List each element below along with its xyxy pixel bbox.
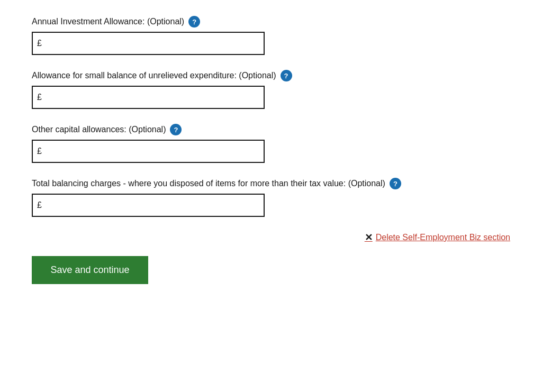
other-capital-allowances-help-icon[interactable]: ? [170, 124, 182, 135]
total-balancing-charges-label-text: Total balancing charges - where you disp… [32, 179, 385, 188]
total-balancing-charges-input[interactable] [32, 194, 265, 217]
annual-investment-allowance-input-wrapper: £ [32, 32, 510, 55]
other-capital-allowances-input[interactable] [32, 140, 265, 163]
other-capital-allowances-label: Other capital allowances: (Optional) ? [32, 124, 510, 135]
other-capital-allowances-group: Other capital allowances: (Optional) ? £ [32, 124, 510, 163]
other-capital-allowances-label-text: Other capital allowances: (Optional) [32, 125, 166, 134]
allowance-small-balance-input-wrapper: £ [32, 86, 510, 109]
allowance-small-balance-help-icon[interactable]: ? [281, 70, 292, 81]
annual-investment-allowance-label: Annual Investment Allowance: (Optional) … [32, 16, 510, 28]
allowance-small-balance-label-text: Allowance for small balance of unrelieve… [32, 71, 276, 80]
total-balancing-charges-input-wrapper: £ [32, 194, 510, 217]
total-balancing-charges-group: Total balancing charges - where you disp… [32, 178, 510, 217]
delete-section-button[interactable]: ✕ Delete Self-Employment Biz section [365, 232, 510, 243]
annual-investment-allowance-input[interactable] [32, 32, 265, 55]
delete-section-label: Delete Self-Employment Biz section [376, 233, 510, 242]
save-continue-button[interactable]: Save and continue [32, 256, 148, 284]
total-balancing-charges-label: Total balancing charges - where you disp… [32, 178, 510, 189]
delete-row: ✕ Delete Self-Employment Biz section [32, 232, 510, 243]
allowance-small-balance-group: Allowance for small balance of unrelieve… [32, 70, 510, 109]
save-row: Save and continue [32, 256, 510, 284]
allowance-small-balance-input[interactable] [32, 86, 265, 109]
total-balancing-charges-help-icon[interactable]: ? [390, 178, 401, 189]
delete-x-icon: ✕ [365, 232, 373, 243]
allowance-small-balance-label: Allowance for small balance of unrelieve… [32, 70, 510, 81]
form-container: Annual Investment Allowance: (Optional) … [32, 16, 510, 284]
annual-investment-allowance-help-icon[interactable]: ? [188, 16, 200, 28]
annual-investment-allowance-label-text: Annual Investment Allowance: (Optional) [32, 17, 184, 26]
annual-investment-allowance-group: Annual Investment Allowance: (Optional) … [32, 16, 510, 55]
other-capital-allowances-input-wrapper: £ [32, 140, 510, 163]
